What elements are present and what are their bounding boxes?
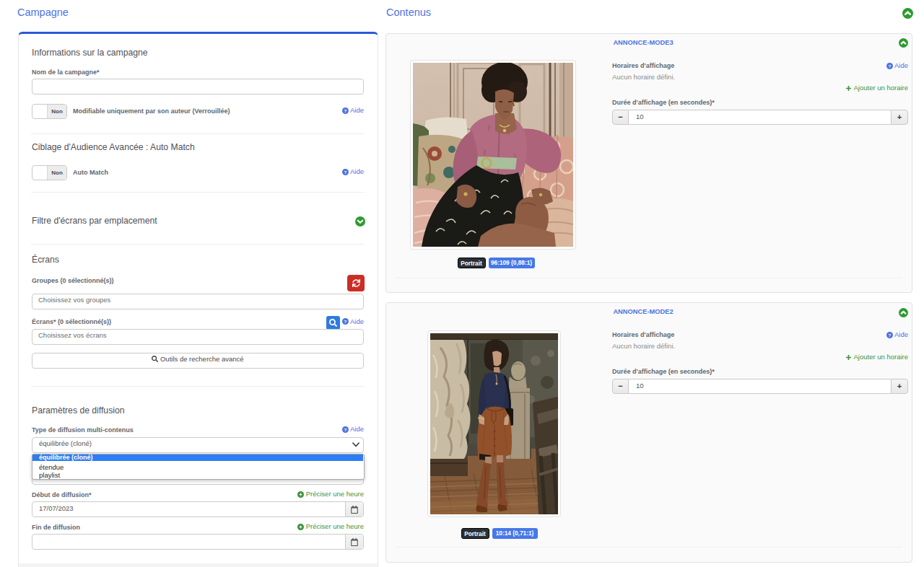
svg-text:?: ? bbox=[888, 332, 891, 337]
svg-text:?: ? bbox=[344, 169, 346, 174]
svg-text:?: ? bbox=[344, 319, 346, 324]
svg-text:?: ? bbox=[344, 426, 346, 431]
svg-text:?: ? bbox=[888, 63, 891, 68]
svg-text:?: ? bbox=[344, 107, 346, 113]
